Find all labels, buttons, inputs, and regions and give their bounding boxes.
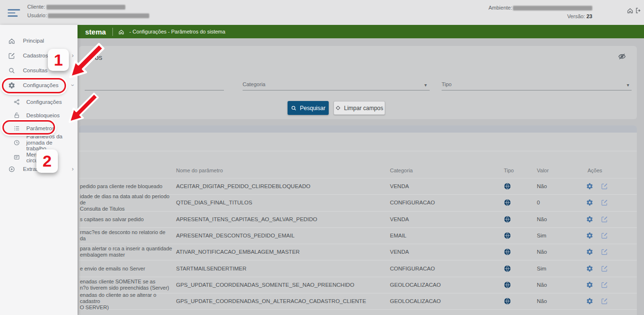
clock-icon bbox=[13, 139, 20, 146]
row-edit-icon[interactable] bbox=[601, 281, 608, 288]
breadcrumb-home-icon[interactable] bbox=[118, 29, 124, 35]
step-number: 2 bbox=[43, 152, 52, 170]
row-settings-gear-icon[interactable] bbox=[586, 232, 593, 239]
param-desc: rmac?es de desconto no relatorio de bbox=[80, 229, 166, 235]
sidebar-item-label: Configurações bbox=[26, 99, 71, 105]
param-name: APRESENTAR_DESCONTOS_PEDIDO_EMAIL bbox=[176, 233, 382, 238]
param-name: GPS_UPDATE_COORDENADAS_SOMENTE_SE_NAO_PR… bbox=[176, 282, 382, 288]
param-valor: Sim bbox=[537, 266, 546, 271]
limpar-campos-button-label: Limpar campos bbox=[344, 105, 383, 112]
sidebar-subitem-configuracoes[interactable]: Configurações bbox=[0, 96, 78, 108]
param-categoria: VENDA bbox=[390, 183, 486, 189]
menu-bar-icon bbox=[8, 12, 15, 14]
menu-bar-icon bbox=[8, 15, 18, 17]
categoria-select-label: Categoria bbox=[243, 81, 266, 87]
row-edit-icon[interactable] bbox=[601, 232, 608, 239]
param-valor: 0 bbox=[537, 200, 540, 205]
categoria-caret-down-icon[interactable]: ▾ bbox=[424, 82, 427, 88]
param-desc: para alertar o rca a inserir a quantidad… bbox=[80, 246, 172, 251]
menu-toggle-button[interactable] bbox=[8, 9, 20, 19]
globe-icon bbox=[504, 298, 511, 305]
tipo-caret-down-icon[interactable]: ▾ bbox=[627, 82, 629, 88]
table-row: idade de dias na data atual do periodo d… bbox=[79, 194, 637, 211]
row-settings-gear-icon[interactable] bbox=[586, 298, 593, 305]
row-settings-gear-icon[interactable] bbox=[586, 215, 593, 223]
plus-circle-icon bbox=[8, 166, 15, 173]
hide-filters-eye-slash-icon[interactable] bbox=[618, 52, 626, 61]
param-categoria: CONFIGURACAO bbox=[390, 266, 486, 271]
page-title-partial: stema bbox=[85, 28, 106, 36]
row-settings-gear-icon[interactable] bbox=[586, 248, 593, 256]
row-settings-gear-icon[interactable] bbox=[586, 199, 593, 206]
share-nodes-icon bbox=[13, 99, 20, 105]
globe-icon bbox=[504, 215, 511, 223]
sidebar-item-label: Principal bbox=[23, 38, 71, 44]
ambiente-value-redacted bbox=[513, 6, 592, 11]
row-settings-gear-icon[interactable] bbox=[586, 281, 593, 288]
row-edit-icon[interactable] bbox=[601, 183, 608, 190]
versao-label: Versão: bbox=[567, 13, 585, 19]
param-valor: Não bbox=[537, 282, 547, 288]
table-row: s capitaes ao salvar pedido APRESENTA_IT… bbox=[79, 211, 637, 228]
highlight-oval-configuracoes bbox=[2, 78, 66, 93]
param-desc: enadas do cliente ao se alterar o cadast… bbox=[80, 292, 156, 304]
message-icon bbox=[13, 154, 20, 161]
highlight-oval-parametros bbox=[2, 120, 55, 135]
row-edit-icon[interactable] bbox=[601, 298, 608, 305]
param-desc2: da bbox=[80, 236, 86, 241]
table-row: enadas cliente SOMENTE se asn?o tiverem … bbox=[79, 277, 637, 293]
param-desc: enadas cliente SOMENTE se as bbox=[80, 279, 155, 284]
edit-box-icon bbox=[8, 52, 15, 59]
param-desc: s capitaes ao salvar pedido bbox=[80, 216, 144, 222]
param-categoria: CONFIGURACAO bbox=[390, 200, 486, 205]
cliente-label: Cliente: bbox=[27, 4, 45, 10]
usuario-label: Usuário: bbox=[27, 12, 47, 18]
page-titlebar: stema - Configurações - Parâmetros do si… bbox=[0, 25, 644, 38]
search-text-input[interactable] bbox=[85, 90, 224, 90]
search-icon bbox=[291, 105, 297, 111]
param-categoria: VENDA bbox=[390, 216, 486, 222]
cliente-value-redacted bbox=[46, 5, 125, 10]
row-settings-gear-icon[interactable] bbox=[586, 265, 593, 272]
row-settings-gear-icon[interactable] bbox=[586, 183, 593, 190]
row-edit-icon[interactable] bbox=[601, 265, 608, 272]
logout-icon[interactable] bbox=[635, 7, 642, 14]
globe-icon bbox=[504, 281, 511, 288]
table-row: para alertar o rca a inserir a quantidad… bbox=[79, 244, 637, 260]
param-name: ACEITAR_DIGITAR_PEDIDO_CLIREDEBLOQUEADO bbox=[176, 183, 382, 189]
categoria-select[interactable] bbox=[243, 90, 430, 90]
param-valor: Não bbox=[537, 249, 547, 255]
versao-value: 23 bbox=[587, 13, 592, 19]
col-valor: Valor bbox=[537, 168, 549, 173]
home-icon[interactable] bbox=[627, 7, 633, 14]
tipo-select[interactable] bbox=[442, 90, 632, 90]
filters-card: os Categoria ▾ Tipo ▾ Pesquisar Limpar c… bbox=[79, 46, 637, 119]
parameters-table-card: Nome do parâmetro Categoria Tipo Valor A… bbox=[79, 125, 637, 315]
search-icon bbox=[8, 67, 15, 74]
globe-icon bbox=[504, 232, 511, 239]
row-edit-icon[interactable] bbox=[601, 199, 608, 206]
row-edit-icon[interactable] bbox=[601, 248, 608, 256]
globe-icon bbox=[504, 199, 511, 206]
pesquisar-button-label: Pesquisar bbox=[300, 105, 325, 112]
home-icon bbox=[8, 37, 15, 45]
table-row: rmac?es de desconto no relatorio deda AP… bbox=[79, 227, 637, 244]
limpar-campos-button[interactable]: Limpar campos bbox=[333, 101, 385, 115]
param-name: GPS_UPDATE_COORDENADAS_ON_ALTERACAO_CADA… bbox=[176, 298, 382, 304]
param-desc2: O SERVER) bbox=[80, 304, 109, 310]
table-row: pedido para cliente rede bloqueado ACEIT… bbox=[79, 178, 637, 195]
pesquisar-button[interactable]: Pesquisar bbox=[288, 101, 329, 115]
param-desc: pedido para cliente rede bloqueado bbox=[80, 183, 162, 189]
globe-icon bbox=[504, 248, 511, 256]
globe-icon bbox=[504, 183, 511, 190]
param-categoria: GEOLOCALIZACAO bbox=[390, 298, 486, 304]
param-categoria: GEOLOCALIZACAO bbox=[390, 282, 486, 288]
sidebar-item-principal[interactable]: Principal bbox=[0, 35, 78, 46]
menu-bar-icon bbox=[8, 9, 20, 11]
param-valor: Não bbox=[537, 298, 547, 304]
table-row: e envio de emails no Server STARTMAILSEN… bbox=[79, 260, 637, 277]
row-edit-icon[interactable] bbox=[601, 215, 608, 223]
unlock-icon bbox=[13, 112, 20, 119]
table-row: enadas do cliente ao se alterar o cadast… bbox=[79, 293, 637, 310]
sidebar-subitem-parametros-jornada[interactable]: Parâmetros da jornada de trabalho bbox=[0, 135, 78, 150]
